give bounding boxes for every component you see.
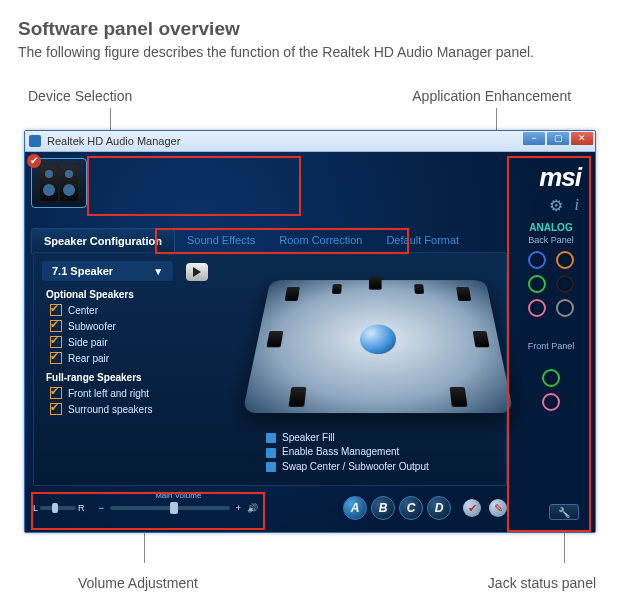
callout-app-enhancement: Application Enhancement	[412, 88, 571, 104]
device-selection-area[interactable]: ✔	[31, 158, 291, 212]
checkbox-label: Rear pair	[68, 353, 109, 364]
checkbox-label: Surround speakers	[68, 404, 153, 415]
tab-default-format[interactable]: Default Format	[374, 228, 471, 253]
checkbox-icon	[50, 320, 62, 332]
checkbox-icon	[50, 403, 62, 415]
checkbox-icon	[50, 387, 62, 399]
output-options: Speaker Fill Enable Bass Management Swap…	[266, 429, 429, 475]
chevron-down-icon: ▼	[153, 266, 163, 277]
checkbox-label: Front left and right	[68, 388, 149, 399]
jack-rear-out[interactable]	[556, 275, 574, 293]
callout-volume-adjustment: Volume Adjustment	[78, 575, 198, 591]
checkbox-icon	[50, 352, 62, 364]
volume-increase-button[interactable]: +	[236, 503, 241, 513]
callout-jack-status: Jack status panel	[488, 575, 596, 591]
callout-device-selection: Device Selection	[28, 88, 132, 104]
tab-room-correction[interactable]: Room Correction	[267, 228, 374, 253]
checkbox-label: Swap Center / Subwoofer Output	[282, 461, 429, 472]
balance-l-label: L	[33, 503, 38, 513]
app-window: Realtek HD Audio Manager − ▢ ✕ ✔ msi ⚙ i	[24, 130, 596, 533]
main-volume-control: Main Volume − + 🔊	[99, 503, 259, 513]
app-icon	[29, 135, 41, 147]
play-test-button[interactable]	[186, 263, 208, 281]
jack-side-out[interactable]	[556, 299, 574, 317]
jack-front-mic[interactable]	[542, 393, 560, 411]
speakers-device-icon[interactable]	[31, 158, 87, 208]
main-volume-label: Main Volume	[155, 491, 201, 500]
tab-sound-effects[interactable]: Sound Effects	[175, 228, 267, 253]
checkbox-icon	[50, 336, 62, 348]
checkbox-icon	[50, 304, 62, 316]
checkbox-label: Enable Bass Management	[282, 446, 399, 457]
jack-line-in[interactable]	[528, 251, 546, 269]
info-icon[interactable]: i	[575, 196, 579, 215]
window-title: Realtek HD Audio Manager	[47, 135, 180, 147]
profile-b-button[interactable]: B	[371, 496, 395, 520]
jack-front-out[interactable]	[528, 275, 546, 293]
connector-settings-button[interactable]: 🔧	[549, 504, 579, 520]
page-title: Software panel overview	[18, 18, 612, 40]
profile-buttons: A B C D	[343, 496, 451, 520]
dropdown-value: 7.1 Speaker	[52, 265, 113, 277]
balance-r-label: R	[78, 503, 85, 513]
edit-button[interactable]: ✎	[489, 499, 507, 517]
balance-slider[interactable]	[40, 506, 76, 510]
back-panel-label: Back Panel	[513, 235, 589, 245]
jack-mic[interactable]	[528, 299, 546, 317]
checkbox-label: Subwoofer	[68, 321, 116, 332]
tab-content: 7.1 Speaker ▼ Optional Speakers Center S…	[33, 252, 507, 486]
checkbox-swap-center-sub[interactable]: Swap Center / Subwoofer Output	[266, 461, 429, 472]
jack-center-sub[interactable]	[556, 251, 574, 269]
listener-orb-icon	[360, 325, 397, 355]
checkbox-speaker-fill[interactable]: Speaker Fill	[266, 432, 429, 443]
callout-line	[144, 533, 145, 563]
profile-d-button[interactable]: D	[427, 496, 451, 520]
brand-logo: msi	[539, 162, 581, 193]
selected-badge-icon: ✔	[27, 154, 41, 168]
front-panel-label: Front Panel	[513, 341, 589, 351]
profile-c-button[interactable]: C	[399, 496, 423, 520]
maximize-button[interactable]: ▢	[547, 132, 569, 145]
profile-a-button[interactable]: A	[343, 496, 367, 520]
checkbox-bass-management[interactable]: Enable Bass Management	[266, 446, 429, 457]
callout-line	[564, 533, 565, 563]
minimize-button[interactable]: −	[523, 132, 545, 145]
jack-front-headphone[interactable]	[542, 369, 560, 387]
speaker-icon[interactable]: 🔊	[247, 503, 258, 513]
checkbox-label: Speaker Fill	[282, 432, 335, 443]
window-titlebar: Realtek HD Audio Manager − ▢ ✕	[25, 131, 595, 152]
checkbox-label: Side pair	[68, 337, 107, 348]
tabs-bar: Speaker Configuration Sound Effects Room…	[31, 228, 511, 254]
close-button[interactable]: ✕	[571, 132, 593, 145]
speaker-stage-visual	[242, 280, 513, 413]
tab-speaker-configuration[interactable]: Speaker Configuration	[31, 228, 175, 253]
analog-heading: ANALOG	[513, 222, 589, 233]
apply-button[interactable]: ✔	[463, 499, 481, 517]
jack-status-panel: ANALOG Back Panel Front Panel	[513, 216, 589, 524]
balance-control[interactable]: L R	[33, 503, 85, 513]
volume-decrease-button[interactable]: −	[99, 503, 104, 513]
speaker-mode-dropdown[interactable]: 7.1 Speaker ▼	[42, 261, 173, 281]
settings-icon[interactable]: ⚙	[549, 196, 563, 215]
main-volume-slider[interactable]	[110, 506, 230, 510]
callout-line	[110, 108, 111, 130]
intro-text: The following figure describes the funct…	[18, 44, 612, 60]
bottom-bar: L R Main Volume − + 🔊 A B C D	[33, 492, 507, 524]
checkbox-label: Center	[68, 305, 98, 316]
